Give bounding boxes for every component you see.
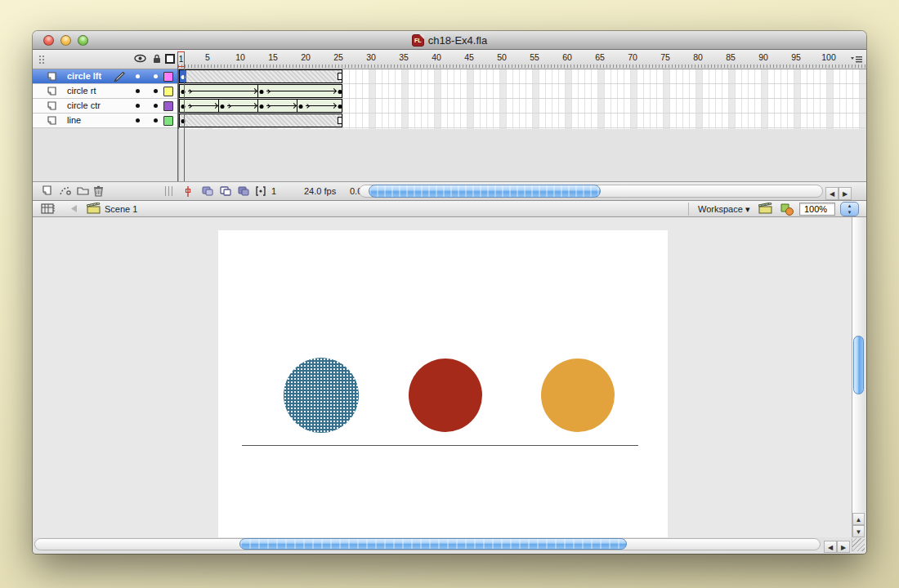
layer-name: circle lft — [67, 71, 101, 81]
layer-lock-dot[interactable] — [154, 118, 158, 122]
layer-list: circle lftcircle rtcircle ctrline — [33, 69, 178, 128]
onion-skin-outlines-button[interactable] — [219, 185, 232, 197]
frame-row-line[interactable] — [179, 114, 866, 128]
ruler-label: 90 — [758, 52, 768, 62]
layer-outline-color-swatch[interactable] — [163, 101, 173, 111]
scroll-up-button[interactable]: ▲ — [852, 513, 865, 525]
back-arrow-icon[interactable] — [69, 204, 78, 213]
add-motion-guide-button[interactable] — [59, 185, 72, 196]
edit-multiple-frames-button[interactable] — [237, 185, 250, 197]
scroll-right-button[interactable]: ▶ — [837, 541, 850, 553]
outline-all-layers-icon[interactable] — [165, 54, 175, 64]
timeline-scrollbar-thumb[interactable] — [369, 185, 601, 198]
ruler-label: 75 — [660, 52, 670, 62]
ruler-label: 45 — [464, 52, 474, 62]
tween-frame-span[interactable] — [179, 84, 342, 98]
frame-rate-value[interactable]: 24.0 fps — [304, 186, 336, 196]
end-frame-marker[interactable] — [338, 117, 342, 124]
delete-layer-button[interactable] — [93, 185, 104, 197]
onion-skin-button[interactable] — [201, 185, 214, 197]
timeline-ruler[interactable]: 5101520253035404550556065707580859095100 — [178, 51, 866, 63]
ruler-label: 80 — [693, 52, 703, 62]
static-frame-span[interactable] — [179, 114, 342, 127]
fla-document-icon: FL — [412, 34, 424, 47]
layer-visibility-dot[interactable] — [136, 118, 140, 122]
layer-lock-dot[interactable] — [154, 89, 158, 93]
edit-scene-button[interactable] — [758, 203, 773, 215]
layer-lock-dot[interactable] — [154, 104, 158, 108]
scroll-down-button[interactable]: ▼ — [852, 525, 865, 537]
keyframe-dot[interactable] — [338, 105, 342, 109]
frame-row-circle-rt[interactable] — [179, 84, 866, 99]
layer-page-icon — [45, 116, 56, 126]
frames-grid[interactable] — [178, 69, 866, 129]
timeline-toggle-icon[interactable] — [41, 203, 56, 215]
window-resize-grip[interactable] — [852, 538, 865, 551]
span-divider — [257, 85, 258, 97]
zoom-stepper[interactable]: ▲▼ — [840, 202, 859, 216]
circle-right[interactable] — [541, 359, 615, 432]
titlebar[interactable]: FL ch18-Ex4.fla — [33, 31, 866, 50]
frame-row-circle-ctr[interactable] — [179, 99, 866, 114]
panel-splitter-grip[interactable] — [165, 186, 172, 196]
end-frame-marker[interactable] — [338, 73, 342, 80]
pasteboard[interactable] — [33, 217, 852, 537]
ruler-label: 40 — [432, 52, 441, 62]
modify-onion-markers-button[interactable] — [255, 185, 266, 197]
layer-page-icon — [45, 87, 56, 96]
timeline-scroll-left-button[interactable]: ◀ — [825, 187, 839, 200]
frame-row-circle-lft[interactable] — [179, 69, 866, 84]
panel-menu-icon[interactable] — [850, 56, 863, 64]
timeline-status-bar: 1 24.0 fps 0.0s ◀▶ — [33, 181, 866, 200]
keyframe-dot[interactable] — [221, 105, 225, 109]
playhead[interactable]: 1 — [177, 51, 185, 181]
edit-symbols-button[interactable] — [780, 203, 794, 216]
keyframe-dot[interactable] — [260, 90, 264, 94]
horizontal-scrollbar[interactable] — [34, 538, 821, 550]
ruler-label: 65 — [595, 52, 605, 62]
horizontal-scrollbar-thumb[interactable] — [239, 538, 627, 550]
circle-center[interactable] — [409, 359, 482, 432]
insert-layer-button[interactable] — [41, 185, 52, 196]
layer-row-circle-lft[interactable]: circle lft — [33, 69, 178, 84]
edit-bar-separator — [688, 203, 689, 216]
ruler-label: 30 — [366, 52, 376, 62]
stage-canvas[interactable] — [218, 230, 668, 537]
vertical-scrollbar-thumb[interactable] — [853, 336, 864, 394]
layer-outline-color-swatch[interactable] — [163, 87, 173, 96]
keyframe-dot[interactable] — [338, 90, 342, 94]
zoom-level-input[interactable] — [799, 203, 835, 216]
scroll-left-button[interactable]: ◀ — [824, 541, 837, 553]
layer-outline-color-swatch[interactable] — [163, 72, 173, 82]
current-frame-value: 1 — [271, 186, 276, 196]
ruler-label: 70 — [628, 52, 637, 62]
show-hide-all-layers-icon[interactable] — [134, 54, 146, 63]
layer-visibility-dot[interactable] — [136, 104, 140, 108]
center-frame-button[interactable] — [185, 185, 191, 198]
keyframe-dot[interactable] — [260, 105, 264, 109]
insert-layer-folder-button[interactable] — [77, 185, 89, 195]
window-title: ch18-Ex4.fla — [428, 34, 487, 47]
timeline-scroll-right-button[interactable]: ▶ — [839, 187, 852, 200]
horizontal-line[interactable] — [242, 445, 638, 446]
lock-all-layers-icon[interactable] — [152, 54, 162, 64]
timeline-horizontal-scrollbar[interactable] — [359, 185, 823, 198]
static-frame-span[interactable] — [179, 69, 342, 83]
layer-visibility-dot[interactable] — [136, 74, 140, 78]
tween-arrow-head — [331, 88, 337, 94]
layer-row-circle-ctr[interactable]: circle ctr — [33, 99, 178, 114]
ruler-label: 85 — [726, 52, 736, 62]
circle-left[interactable] — [284, 358, 359, 433]
layer-outline-color-swatch[interactable] — [163, 116, 173, 126]
layer-lock-dot[interactable] — [154, 74, 158, 78]
keyframe-dot[interactable] — [299, 105, 303, 109]
vertical-scrollbar[interactable]: ▲ ▼ — [852, 217, 865, 537]
pencil-icon — [113, 71, 125, 82]
layer-row-circle-rt[interactable]: circle rt — [33, 84, 178, 99]
panel-drag-grip[interactable] — [38, 55, 45, 65]
tween-arrow-line — [266, 91, 336, 91]
layer-visibility-dot[interactable] — [136, 89, 140, 93]
layer-row-line[interactable]: line — [33, 114, 178, 128]
tween-frame-span[interactable] — [179, 99, 342, 113]
workspace-dropdown[interactable]: Workspace ▾ — [698, 204, 749, 215]
